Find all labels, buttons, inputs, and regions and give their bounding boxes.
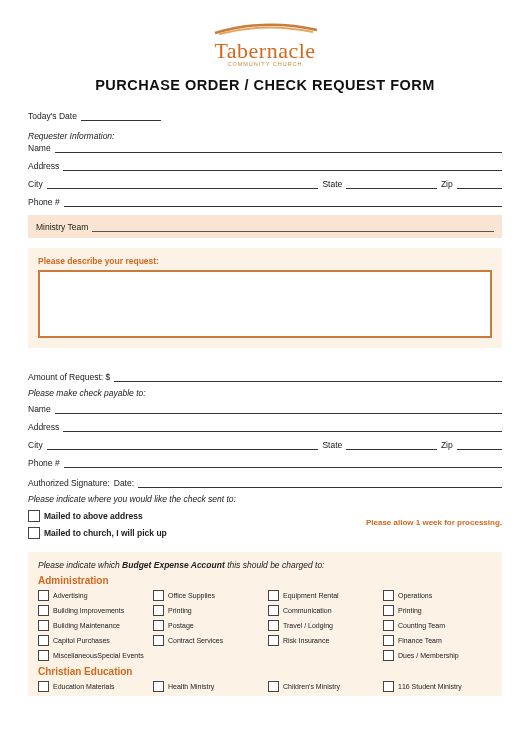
budget-option-label: Capitol Purchases [53,637,110,644]
checkbox-icon[interactable] [153,681,164,692]
input-date[interactable] [81,110,161,121]
input-state[interactable] [346,178,437,189]
label-amount: Amount of Request: $ [28,372,110,382]
budget-option[interactable]: 116 Student Ministry [383,681,492,692]
input-city[interactable] [47,178,319,189]
checkbox-icon[interactable] [153,605,164,616]
checkbox-icon[interactable] [38,650,49,661]
checkbox-icon[interactable] [38,605,49,616]
cat2-grid: Education MaterialsHealth MinistryChildr… [38,681,492,692]
checkbox-icon[interactable] [153,590,164,601]
option-mailed-above[interactable]: Mailed to above address [28,510,167,522]
ministry-band: Ministry Team [28,215,502,238]
label-payee-state: State [322,440,342,450]
checkbox-icon[interactable] [268,620,279,631]
input-phone[interactable] [64,196,502,207]
budget-option-label: Office Supplies [168,592,215,599]
input-payee-zip[interactable] [457,439,502,450]
input-payee-phone[interactable] [64,457,502,468]
label-phone: Phone # [28,197,60,207]
input-amount[interactable] [114,371,502,382]
budget-option[interactable] [268,650,377,661]
checkbox-icon[interactable] [383,605,394,616]
budget-option[interactable]: Postage [153,620,262,631]
checkbox-icon[interactable] [38,681,49,692]
budget-option[interactable]: Dues / Membership [383,650,492,661]
budget-option[interactable]: Communication [268,605,377,616]
budget-option[interactable]: Finance Team [383,635,492,646]
budget-option[interactable]: Children's Ministry [268,681,377,692]
budget-head-post: this should be charged to: [225,560,325,570]
budget-option[interactable]: Contract Services [153,635,262,646]
budget-option[interactable]: Equipment Rental [268,590,377,601]
form-page: Tabernacle COMMUNITY CHURCH PURCHASE ORD… [0,0,530,749]
budget-option[interactable]: Advertising [38,590,147,601]
budget-option[interactable]: Printing [383,605,492,616]
input-payee-address[interactable] [63,421,502,432]
label-ministry: Ministry Team [36,222,88,232]
describe-title: Please describe your request: [38,256,492,266]
form-title: PURCHASE ORDER / CHECK REQUEST FORM [28,77,502,93]
budget-option[interactable]: Building Maintenance [38,620,147,631]
budget-option[interactable]: Capitol Purchases [38,635,147,646]
input-payee-city[interactable] [47,439,319,450]
budget-option[interactable] [153,650,262,661]
budget-option-label: Travel / Lodging [283,622,333,629]
checkbox-icon[interactable] [383,620,394,631]
checkbox-icon[interactable] [153,620,164,631]
budget-option[interactable]: Printing [153,605,262,616]
input-signature[interactable] [138,477,502,488]
label-mailed-above: Mailed to above address [44,511,143,521]
label-date: Today's Date [28,111,77,121]
label-mailed-pickup: Mailed to church, I will pick up [44,528,167,538]
input-payee-name[interactable] [55,403,502,414]
budget-option-label: MiscellaneousSpecial Events [53,652,144,659]
budget-option[interactable]: Operations [383,590,492,601]
budget-option[interactable]: Risk Insurance [268,635,377,646]
budget-option-label: Education Materials [53,683,114,690]
input-address[interactable] [63,160,502,171]
checkbox-icon[interactable] [28,527,40,539]
budget-option[interactable]: Health Ministry [153,681,262,692]
budget-option-label: Building Maintenance [53,622,120,629]
budget-head-bold: Budget Expense Account [122,560,225,570]
checkbox-icon[interactable] [383,650,394,661]
checkbox-icon[interactable] [268,681,279,692]
checkbox-icon[interactable] [38,620,49,631]
checkbox-icon[interactable] [268,635,279,646]
label-payee-phone: Phone # [28,458,60,468]
payable-header: Please make check payable to: [28,388,502,398]
budget-option[interactable]: Education Materials [38,681,147,692]
budget-option[interactable]: MiscellaneousSpecial Events [38,650,147,661]
label-zip: Zip [441,179,453,189]
checkbox-icon[interactable] [383,635,394,646]
option-mailed-pickup[interactable]: Mailed to church, I will pick up [28,527,167,539]
label-address: Address [28,161,59,171]
checkbox-icon[interactable] [38,635,49,646]
checkbox-icon[interactable] [383,590,394,601]
processing-note: Please allow 1 week for processing. [366,510,502,527]
cat1-grid: AdvertisingOffice SuppliesEquipment Rent… [38,590,492,661]
budget-option[interactable]: Office Supplies [153,590,262,601]
input-name[interactable] [55,142,502,153]
checkbox-icon[interactable] [383,681,394,692]
checkbox-icon[interactable] [38,590,49,601]
label-state: State [322,179,342,189]
budget-option-label: Dues / Membership [398,652,459,659]
input-zip[interactable] [457,178,502,189]
checkbox-icon[interactable] [28,510,40,522]
budget-option[interactable]: Building Improvements [38,605,147,616]
checkbox-icon[interactable] [268,590,279,601]
checkbox-icon[interactable] [153,635,164,646]
budget-option[interactable]: Counting Team [383,620,492,631]
label-city: City [28,179,43,189]
swoosh-icon [205,22,325,36]
row-date: Today's Date [28,109,502,121]
input-ministry[interactable] [92,221,494,232]
budget-option[interactable]: Travel / Lodging [268,620,377,631]
checkbox-icon[interactable] [268,605,279,616]
input-payee-state[interactable] [346,439,437,450]
cat2-title: Christian Education [38,666,492,677]
input-describe[interactable] [38,270,492,338]
budget-head-pre: Please indicate which [38,560,122,570]
